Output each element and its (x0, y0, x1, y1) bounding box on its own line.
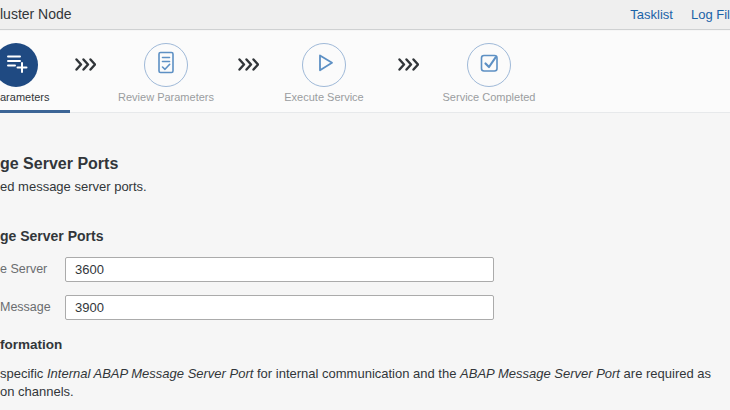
top-bar: luster Node Tasklist Log Fil (0, 0, 730, 30)
step-label-service-completed: Service Completed (443, 91, 536, 103)
step-label-execute-service: Execute Service (284, 91, 363, 103)
info-text-segment: are required as (620, 366, 711, 381)
message-server-port-label: e Server (0, 262, 42, 276)
step-label-parameters: arameters (0, 91, 50, 103)
info-paragraph-line1: specific Internal ABAP Message Server Po… (0, 366, 730, 381)
tasklist-link[interactable]: Tasklist (630, 7, 673, 22)
internal-message-port-input[interactable] (65, 295, 494, 320)
window-title: luster Node (0, 6, 72, 22)
define-parameters-icon (0, 41, 38, 89)
info-text-segment: for internal communication and the (253, 366, 460, 381)
step-define-parameters (0, 43, 38, 87)
wizard-stepper: arameters Review Parameters (0, 31, 730, 113)
page-title: ge Server Ports (0, 155, 118, 173)
review-parameters-icon (144, 41, 188, 89)
stepper-track-line (0, 112, 730, 113)
page-subtitle: ed message server ports. (0, 179, 147, 194)
message-server-port-input[interactable] (65, 257, 494, 282)
chevron-right-icon (238, 57, 259, 75)
info-text-segment-italic: Internal ABAP Message Server Port (47, 366, 253, 381)
info-section-title: formation (0, 337, 62, 352)
active-step-underline (0, 110, 70, 113)
checkbox-check-icon (467, 41, 511, 89)
screen: { "header": { "title": "luster Node", "l… (0, 0, 730, 410)
top-bar-links: Tasklist Log Fil (630, 7, 730, 22)
step-service-completed (467, 43, 511, 87)
info-text-segment: specific (0, 366, 47, 381)
internal-message-port-label: Message (0, 300, 49, 314)
play-icon (302, 41, 346, 89)
chevron-right-icon (398, 57, 419, 75)
section-title-message-server-ports: ge Server Ports (0, 228, 104, 244)
step-execute-service (302, 43, 346, 87)
info-text-segment-italic: ABAP Message Server Port (460, 366, 620, 381)
step-label-review-parameters: Review Parameters (118, 91, 214, 103)
step-review-parameters (144, 43, 188, 87)
chevron-right-icon (75, 57, 96, 75)
info-paragraph-line2: on channels. (0, 384, 74, 399)
log-files-link[interactable]: Log Fil (691, 7, 730, 22)
